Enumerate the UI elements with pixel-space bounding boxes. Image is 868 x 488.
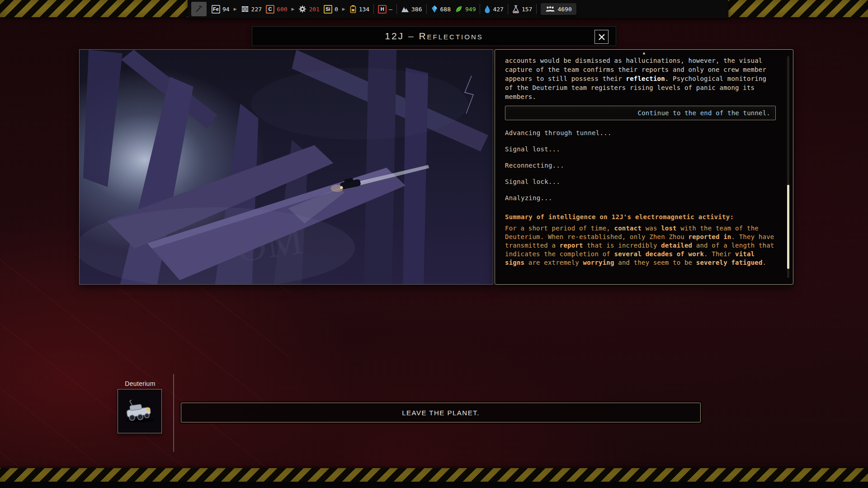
silicon-icon: Si [324, 5, 332, 14]
crystal-icon [431, 5, 438, 13]
silicon-value: 0 [335, 6, 338, 13]
resource-hydrogen: H – [378, 5, 392, 14]
rock-value: 386 [411, 6, 422, 13]
event-artwork: OM [79, 49, 493, 285]
divider [480, 4, 480, 14]
bricks-value: 227 [251, 6, 262, 13]
water-drop-icon [484, 5, 491, 13]
log-line-signal-lock: Signal lock... [505, 178, 776, 185]
battery-icon [349, 5, 357, 13]
summary-text: For a short period of time, contact was … [505, 224, 776, 267]
carbon-value: 600 [277, 6, 287, 13]
log-line-reconnecting: Reconnecting... [505, 162, 776, 169]
summary-heading: Summary of intelligence on 12J's electro… [505, 213, 776, 221]
population-icon [545, 5, 555, 13]
leave-planet-button[interactable]: LEAVE THE PLANET. [181, 403, 701, 422]
chain-arrow-icon: ▶ [342, 7, 345, 11]
background-scanlines [0, 253, 289, 479]
resource-population: 4690 [541, 3, 576, 15]
scrollbar-thumb[interactable] [787, 185, 789, 269]
log-line-analyzing: Analyzing... [505, 194, 776, 202]
resource-parts: 201 [298, 5, 319, 13]
continue-button[interactable]: Continue to the end of the tunnel. [505, 106, 776, 120]
gear-icon [298, 5, 307, 13]
rover-icon [118, 389, 161, 433]
resource-carbon: C 600 [266, 5, 287, 14]
mountain-icon [401, 5, 409, 13]
resource-silicon: Si 0 [324, 5, 338, 14]
parts-value: 201 [309, 6, 319, 13]
hydrogen-icon: H [378, 5, 387, 14]
biomass-value: 949 [465, 6, 476, 13]
timeline-line [173, 374, 174, 452]
water-value: 427 [493, 6, 503, 13]
event-title: 12J – Reflections [385, 31, 483, 42]
divider [396, 4, 397, 14]
resource-iron: Fe 94 [212, 5, 230, 14]
hydrogen-value: – [389, 6, 392, 13]
chain-arrow-icon: ▶ [234, 7, 237, 11]
close-button[interactable] [594, 30, 609, 44]
unit-name: Deuterium [111, 380, 170, 387]
resource-biomass: 949 [455, 5, 476, 13]
close-icon [598, 33, 605, 41]
carbon-icon: C [266, 5, 274, 14]
crystal-value: 688 [440, 6, 451, 13]
scrollbar[interactable] [787, 56, 789, 278]
resource-bar: Fe 94 ▶ 227 C 600 ▶ [188, 0, 728, 18]
game-screen: Fe 94 ▶ 227 C 600 ▶ [0, 0, 868, 488]
bricks-icon [241, 5, 249, 13]
pickaxe-icon [194, 5, 203, 14]
log-line-signal-lost: Signal lost... [505, 145, 776, 153]
chain-arrow-icon: ▶ [292, 7, 295, 11]
unit-portrait[interactable] [118, 389, 162, 433]
pickaxe-tool-button[interactable] [191, 2, 207, 16]
power-value: 134 [359, 6, 369, 13]
resource-crystal: 688 [431, 5, 451, 13]
iron-value: 94 [222, 6, 230, 13]
divider [426, 4, 427, 14]
leaf-icon [455, 5, 463, 13]
scroll-up-arrow[interactable]: ▲ [643, 51, 645, 55]
hazard-stripe-bottom [0, 468, 868, 482]
divider [508, 4, 508, 14]
resource-power: 134 [349, 5, 369, 13]
divider [536, 4, 537, 14]
divider [373, 4, 374, 14]
resource-rock: 386 [401, 5, 422, 13]
event-panel: ▲ accounts would be dismissed as halluci… [495, 49, 793, 285]
event-title-bar: 12J – Reflections [252, 26, 616, 46]
resource-bricks: 227 [241, 5, 262, 13]
resource-science: 157 [512, 5, 532, 13]
flask-icon [512, 5, 519, 13]
resource-water: 427 [484, 5, 503, 13]
bottom-bar [0, 482, 868, 488]
event-text: accounts would be dismissed as hallucina… [505, 56, 776, 101]
log-line-advancing: Advancing through tunnel... [505, 129, 776, 136]
iron-icon: Fe [212, 5, 220, 14]
science-value: 157 [522, 6, 532, 13]
population-value: 4690 [557, 6, 571, 13]
